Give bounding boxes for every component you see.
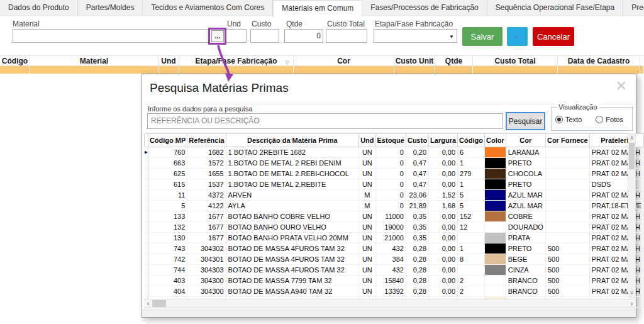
column-header-und[interactable]: Und — [158, 56, 179, 65]
column-header-cor[interactable]: Cor — [506, 134, 545, 147]
tab-fases-processos-de-fabricacao[interactable]: Fases/Processos de Fabricação — [362, 0, 487, 16]
selected-empty-row[interactable] — [0, 66, 644, 74]
tab-materiais-em-comum[interactable]: Materiais em Comum — [273, 0, 362, 17]
column-header-largura[interactable]: Largura — [429, 134, 458, 147]
cell-custo: 0,35 — [406, 233, 428, 243]
scroll-up-icon[interactable]: ∧ — [628, 134, 635, 142]
radio-fotos[interactable]: Fotos — [596, 116, 623, 123]
vertical-scrollbar[interactable]: ∧ ∨ — [628, 133, 636, 298]
column-header-custo-unit[interactable]: Custo Unit — [394, 56, 435, 65]
table-row[interactable]: 62516551.BOTAO DE METAL 2.REBI-CHOCOLUN0… — [145, 169, 644, 179]
groupbox-label: Visualização — [557, 103, 599, 111]
horizontal-scrollbar[interactable]: ‹ › — [144, 299, 636, 308]
table-row[interactable]: 743304302BOTAO DE MASSA 4FUROS TAM 32UN4… — [145, 243, 644, 254]
table-row[interactable]: ▶76016821 BOTAO 2REBITE 1682UN00,200,006… — [145, 147, 644, 158]
tab-sequencia-operacional-fase-etapa[interactable]: Sequência Operacional Fase/Etapa — [487, 0, 623, 16]
column-header-custo-total[interactable]: Custo Total — [473, 56, 558, 65]
tab-tecidos-e-aviamentos-com-cores[interactable]: Tecidos e Aviamentos Com Cores — [143, 0, 273, 16]
pesquisar-button[interactable]: Pesquisar — [506, 112, 545, 130]
material-input[interactable] — [13, 29, 209, 43]
custo-total-label: Custo Total — [327, 20, 365, 28]
column-header-color[interactable]: Color — [484, 134, 506, 147]
search-label: Informe os dados para a pesquisa — [148, 105, 252, 113]
column-header-referencia[interactable]: Referência — [187, 134, 226, 147]
table-row[interactable]: 742304301BOTAO DE MASSA 4FUROS TAM 32UN3… — [145, 254, 644, 265]
color-swatch — [485, 286, 506, 296]
cancelar-button[interactable]: Cancelar — [533, 27, 574, 46]
highlighted-cell — [0, 66, 30, 74]
cell-und: UN — [359, 147, 375, 158]
table-row[interactable]: 1301677BOTAO BANHO PRATA VELHO 20MMUN210… — [145, 233, 644, 243]
cell-descricao: 1.BOTAO DE METAL 2 REBI DENIM — [226, 158, 359, 169]
cell-cor_fornec: 500 — [545, 265, 589, 276]
table-row[interactable]: 61515371.BOTAO DE METAL 2.REBITEUN00,470… — [145, 179, 644, 190]
tab-partes-moldes[interactable]: Partes/Moldes — [78, 0, 143, 16]
custo-total-input[interactable] — [326, 29, 367, 43]
column-header-data-de-cadastro[interactable]: Data de Cadastro — [558, 56, 640, 65]
scroll-right-icon[interactable]: › — [628, 299, 636, 308]
column-header-qtde[interactable]: Qtde — [435, 56, 473, 65]
table-row[interactable]: 1321677BOTAO BANHO OURO VELHOUN190000,35… — [145, 222, 644, 233]
column-header-codigo-mp[interactable]: Código MP — [148, 134, 187, 147]
vertical-scroll-thumb[interactable] — [629, 143, 635, 169]
cell-estoque: 21000 — [375, 233, 406, 243]
scroll-left-icon[interactable]: ‹ — [144, 299, 152, 308]
cell-referencia: 304300 — [187, 276, 226, 286]
search-input[interactable]: REFERÊNCIA OU DESCRIÇÃO — [147, 113, 503, 129]
cell-color — [484, 211, 506, 222]
table-row[interactable]: 54122AYLAM021,891,685AZUL MARPRAT.18-ETQ… — [145, 201, 644, 211]
column-header-codigo[interactable]: Código — [0, 56, 30, 65]
color-swatch — [485, 158, 506, 168]
cell-estoque: 0 — [375, 147, 406, 158]
cell-cor: CINZA — [506, 265, 545, 276]
column-header-etapa-fase-fabricacao[interactable]: Etapa/Fase Fabricação▽ — [179, 56, 294, 65]
table-row[interactable]: 403304300BOTAO DE MASSA 7799 TAM 32UN158… — [145, 276, 644, 286]
custo-input[interactable] — [250, 29, 279, 43]
cell-custo: 0,47 — [406, 179, 428, 190]
und-input[interactable] — [225, 29, 247, 43]
pesquisa-materias-primas-dialog: Pesquisa Matérias Primas ✕ Informe os da… — [142, 74, 636, 318]
filter-icon[interactable]: ▽ — [286, 58, 289, 65]
table-row[interactable]: 404304300BOTAO DE MASSA A940 TAM 32UN133… — [145, 286, 644, 297]
cell-codigo_mp: 130 — [148, 233, 187, 243]
highlighted-cell — [30, 66, 158, 74]
cell-codigo_mp: 744 — [148, 265, 187, 276]
table-row[interactable]: 744304303BOTAO DE MASSA 4FUROS TAM 32UN4… — [145, 265, 644, 276]
chevron-down-icon: ▼ — [449, 34, 454, 40]
cell-codigo: 1 — [458, 158, 485, 169]
column-header-cor-fornece[interactable]: Cor Fornece — [545, 134, 589, 147]
column-header-descricao-da-materia-prima[interactable]: Descrição da Matéria Prima — [226, 134, 359, 147]
cell-codigo — [458, 265, 485, 276]
cell-estoque: 0 — [375, 201, 406, 211]
cell-cor_fornec: 500 — [545, 286, 589, 297]
cell-und: UN — [359, 158, 375, 169]
column-header-material[interactable]: Material — [30, 56, 158, 65]
add-button[interactable]: + — [507, 27, 528, 46]
highlighted-cell — [394, 66, 435, 74]
tab-dados-do-produto[interactable]: Dados do Produto — [0, 0, 78, 16]
column-header-und[interactable]: Und — [359, 134, 375, 147]
salvar-button[interactable]: Salvar — [462, 27, 502, 46]
tab-precificacao[interactable]: Precificação — [623, 0, 644, 16]
cell-custo: 0,28 — [406, 243, 428, 254]
qtde-input[interactable]: 0 — [284, 29, 323, 43]
cell-und: UN — [359, 211, 375, 222]
highlighted-cell — [473, 66, 558, 74]
cell-codigo_mp: 404 — [148, 286, 187, 297]
column-header-estoque[interactable]: Estoque — [375, 134, 406, 147]
browse-material-button[interactable]: ... — [211, 30, 224, 42]
cell-codigo_mp: 5 — [148, 201, 187, 211]
column-header-codigo[interactable]: Código — [458, 134, 485, 147]
cell-descricao: 1.BOTAO DE METAL 2.REBI-CHOCOL — [226, 169, 359, 179]
table-row[interactable]: 114372ARVENM023,061,525AZUL MARPRAT 02 M… — [145, 190, 644, 201]
horizontal-scroll-thumb[interactable] — [152, 300, 166, 307]
column-header-cor[interactable]: Cor — [294, 56, 394, 65]
column-header-custo[interactable]: Custo — [406, 134, 428, 147]
table-row[interactable]: 66315721.BOTAO DE METAL 2 REBI DENIMUN00… — [145, 158, 644, 169]
scroll-down-icon[interactable]: ∨ — [628, 289, 635, 297]
close-icon[interactable]: ✕ — [616, 78, 627, 94]
table-row[interactable]: 1331677BOTAO BANHO COBRE VELHOUN110000,3… — [145, 211, 644, 222]
etapa-fase-combobox[interactable]: ▼ — [374, 29, 457, 43]
cell-und: UN — [359, 243, 375, 254]
radio-texto[interactable]: Texto — [555, 116, 582, 123]
